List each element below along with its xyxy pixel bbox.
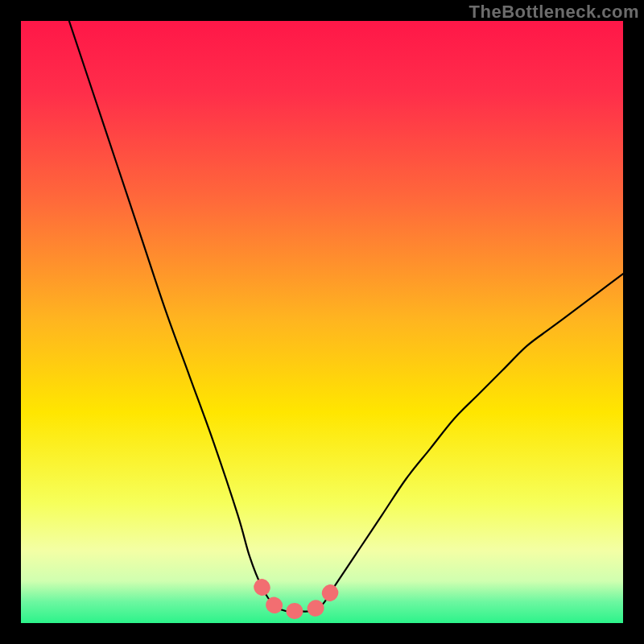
gradient-background (21, 21, 623, 623)
chart-frame: TheBottleneck.com (0, 0, 644, 644)
watermark-text: TheBottleneck.com (469, 2, 639, 23)
plot-area (21, 21, 623, 623)
plot-svg (21, 21, 623, 623)
